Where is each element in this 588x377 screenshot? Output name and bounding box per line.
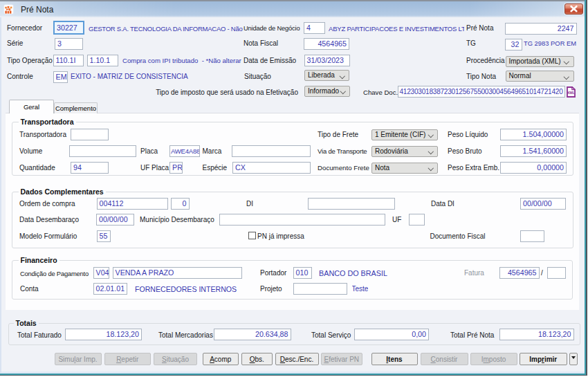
- svg-text:XML: XML: [567, 91, 576, 95]
